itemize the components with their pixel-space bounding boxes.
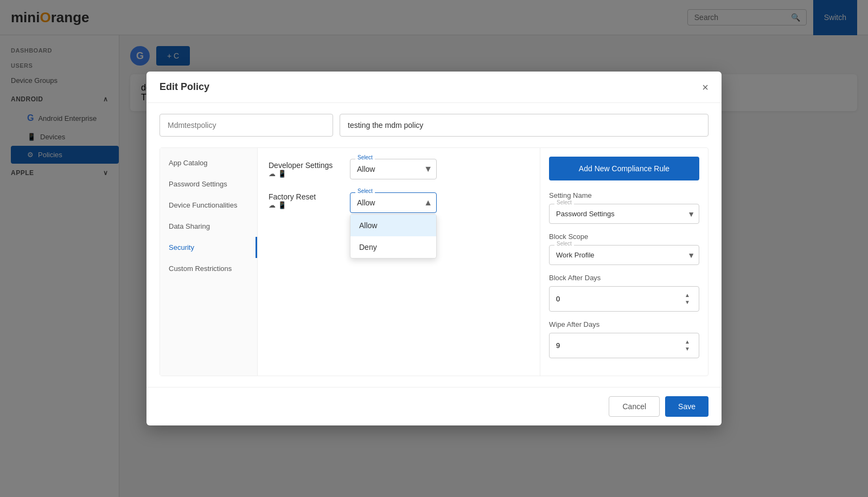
compliance-setting-name-field: Setting Name Select Password Settings ▼ — [549, 191, 699, 224]
modal-sidebar-item-password-settings[interactable]: Password Settings — [160, 173, 257, 195]
compliance-setting-name-select-label: Select — [554, 199, 574, 205]
factory-reset-select-wrapper: Select Allow ▲ Allow Deny — [350, 192, 437, 213]
factory-reset-row: Factory Reset ☁ 📱 Select Allow — [269, 192, 529, 213]
factory-reset-select-display[interactable]: Allow — [350, 192, 437, 213]
compliance-panel: Add New Compliance Rule Setting Name Sel… — [540, 148, 708, 376]
modal-sidebar-item-data-sharing[interactable]: Data Sharing — [160, 216, 257, 237]
compliance-wipe-after-days-label: Wipe After Days — [549, 320, 699, 328]
block-after-days-up-button[interactable]: ▲ — [682, 292, 692, 299]
compliance-block-scope-select[interactable]: Work Profile Device — [549, 245, 699, 265]
policy-desc-input[interactable] — [340, 114, 709, 137]
modal-sidebar: App Catalog Password Settings Device Fun… — [160, 148, 258, 376]
factory-reset-selected-value: Allow — [357, 198, 375, 207]
developer-settings-label: Developer Settings — [269, 161, 339, 170]
compliance-setting-name-select-wrapper: Select Password Settings ▼ — [549, 204, 699, 224]
policy-inputs — [159, 114, 709, 137]
factory-reset-select-label: Select — [355, 188, 375, 194]
add-compliance-rule-button[interactable]: Add New Compliance Rule — [549, 157, 699, 180]
edit-policy-modal: Edit Policy × App Catalog Password Setti… — [146, 72, 722, 425]
developer-settings-info: Developer Settings ☁ 📱 — [269, 161, 339, 178]
phone-icon: 📱 — [278, 170, 286, 178]
compliance-setting-name-label: Setting Name — [549, 191, 699, 199]
modal-sidebar-item-custom-restrictions[interactable]: Custom Restrictions — [160, 258, 257, 279]
developer-settings-icons: ☁ 📱 — [269, 170, 339, 178]
modal-header: Edit Policy × — [146, 72, 722, 103]
modal-footer: Cancel Save — [146, 387, 722, 425]
factory-cloud-icon: ☁ — [269, 201, 276, 209]
block-after-days-spinners: ▲ ▼ — [682, 292, 692, 306]
factory-reset-icons: ☁ 📱 — [269, 201, 339, 209]
developer-settings-select-label: Select — [355, 154, 375, 160]
compliance-wipe-after-days-field: Wipe After Days ▲ ▼ — [549, 320, 699, 358]
wipe-after-days-spinners: ▲ ▼ — [682, 339, 692, 352]
compliance-block-scope-label: Block Scope — [549, 233, 699, 241]
policy-name-input[interactable] — [159, 114, 333, 137]
compliance-block-scope-select-wrapper: Select Work Profile Device ▼ — [549, 245, 699, 265]
factory-reset-dropdown: Allow Deny — [350, 214, 437, 259]
cloud-icon: ☁ — [269, 170, 276, 178]
compliance-block-after-days-field: Block After Days ▲ ▼ — [549, 274, 699, 312]
wipe-after-days-down-button[interactable]: ▼ — [682, 346, 692, 352]
block-after-days-input[interactable] — [556, 295, 665, 303]
wipe-after-days-up-button[interactable]: ▲ — [682, 339, 692, 345]
factory-reset-label: Factory Reset — [269, 192, 339, 201]
modal-body: App Catalog Password Settings Device Fun… — [146, 103, 722, 387]
block-after-days-down-button[interactable]: ▼ — [682, 299, 692, 306]
compliance-block-scope-field: Block Scope Select Work Profile Device ▼ — [549, 233, 699, 265]
modal-main-settings: Developer Settings ☁ 📱 Select Allow Deny — [258, 148, 540, 376]
modal-sidebar-item-security[interactable]: Security — [160, 237, 257, 258]
dropdown-allow-option[interactable]: Allow — [350, 215, 436, 236]
modal-title: Edit Policy — [159, 81, 209, 93]
cancel-button[interactable]: Cancel — [609, 396, 660, 417]
compliance-wipe-after-days-input-wrapper: ▲ ▼ — [549, 333, 699, 358]
modal-content-area: App Catalog Password Settings Device Fun… — [159, 147, 709, 376]
dropdown-deny-option[interactable]: Deny — [350, 236, 436, 258]
wipe-after-days-input[interactable] — [556, 341, 665, 350]
compliance-setting-name-select[interactable]: Password Settings — [549, 204, 699, 224]
save-button[interactable]: Save — [665, 396, 709, 417]
modal-close-button[interactable]: × — [702, 82, 709, 93]
factory-phone-icon: 📱 — [278, 201, 286, 209]
developer-settings-row: Developer Settings ☁ 📱 Select Allow Deny — [269, 159, 529, 179]
modal-overlay[interactable]: Edit Policy × App Catalog Password Setti… — [0, 0, 868, 497]
developer-settings-select[interactable]: Allow Deny — [350, 159, 437, 179]
developer-settings-select-wrapper: Select Allow Deny ▼ — [350, 159, 437, 179]
modal-sidebar-item-device-functionalities[interactable]: Device Functionalities — [160, 195, 257, 216]
compliance-block-after-days-label: Block After Days — [549, 274, 699, 282]
compliance-block-after-days-input-wrapper: ▲ ▼ — [549, 286, 699, 312]
modal-sidebar-item-app-catalog[interactable]: App Catalog — [160, 152, 257, 173]
compliance-block-scope-select-label: Select — [554, 241, 574, 247]
factory-reset-info: Factory Reset ☁ 📱 — [269, 192, 339, 209]
